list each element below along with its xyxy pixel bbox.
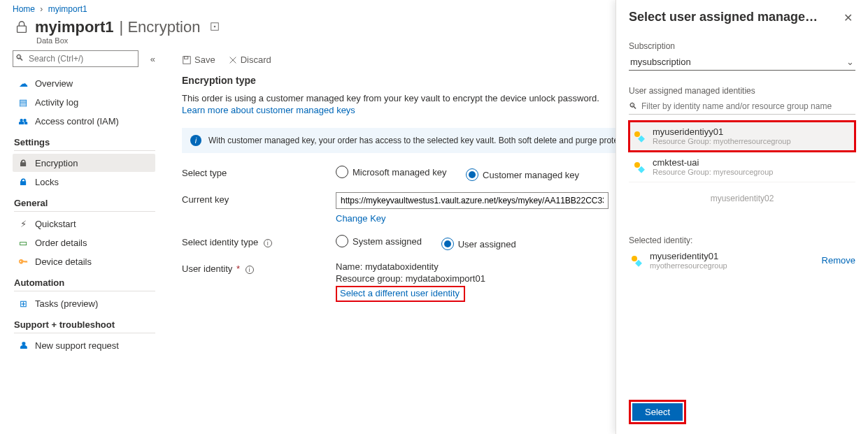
svg-point-2 <box>215 26 216 27</box>
subscription-dropdown[interactable]: mysubscription ⌄ <box>629 54 855 71</box>
panel-title: Select user assigned manage… <box>629 10 818 24</box>
banner-text: With customer managed key, your order ha… <box>208 136 657 145</box>
people-icon: 👥︎ <box>17 115 29 126</box>
svg-point-11 <box>632 256 637 261</box>
search-icon: 🔍︎ <box>629 101 637 111</box>
key-icon: 🔑︎ <box>17 256 29 267</box>
svg-rect-4 <box>185 56 188 59</box>
identity-icon <box>629 254 644 268</box>
log-icon: ▤ <box>17 96 29 108</box>
identities-label: User assigned managed identities <box>629 86 855 96</box>
nav-locks[interactable]: 🔒︎ Locks <box>13 173 155 191</box>
svg-point-7 <box>634 131 640 137</box>
identity-filter-input[interactable] <box>629 99 855 115</box>
radio-user-assigned[interactable]: User assigned <box>441 238 516 250</box>
identity-rg: Resource Group: myresourcegroup <box>653 168 773 176</box>
identity-icon <box>632 129 647 143</box>
nav-device-details[interactable]: 🔑︎ Device details <box>13 252 155 270</box>
nav-iam[interactable]: 👥︎ Access control (IAM) <box>13 112 155 130</box>
subscription-label: Subscription <box>629 41 855 51</box>
nav-label: Overview <box>35 78 73 89</box>
svg-rect-10 <box>638 166 645 173</box>
selected-label: Selected identity: <box>629 236 855 245</box>
page-subtitle: | Encryption <box>115 18 200 36</box>
radio-label: Microsoft managed key <box>353 167 446 178</box>
select-different-identity-link[interactable]: Select a different user identity <box>340 288 460 298</box>
info-icon: i <box>190 135 201 146</box>
radio-system-assigned[interactable]: System assigned <box>336 235 422 247</box>
svg-point-9 <box>634 162 640 168</box>
selected-identity-name: myuseridentity01 <box>650 251 727 261</box>
close-icon[interactable]: ✕ <box>841 10 855 26</box>
identity-item[interactable]: myuseridentiyy01 Resource Group: myother… <box>629 121 855 152</box>
radio-label: User assigned <box>458 239 516 249</box>
nav-label: Access control (IAM) <box>35 116 119 126</box>
search-icon: 🔍︎ <box>15 53 24 63</box>
label-current-key: Current key <box>182 192 336 205</box>
nav-section-settings: Settings <box>14 137 155 151</box>
identity-rg: Resource Group: myotherresourcegroup <box>653 137 791 145</box>
nav-section-support: Support + troubleshoot <box>14 319 155 333</box>
chevron-down-icon: ⌄ <box>846 57 854 67</box>
breadcrumb-current[interactable]: myimport1 <box>48 4 87 14</box>
svg-rect-0 <box>17 26 27 32</box>
radio-label: Customer managed key <box>483 170 579 180</box>
nav-label: Activity log <box>35 97 78 108</box>
identity-loading: myuseridentity02 <box>629 182 855 215</box>
search-input[interactable] <box>13 50 138 67</box>
selected-identity-rg: myotherresourcegroup <box>650 261 727 270</box>
page-title: myimport1 <box>35 18 113 36</box>
nav-overview[interactable]: ☁ Overview <box>13 74 155 92</box>
nav-label: Tasks (preview) <box>35 298 98 309</box>
breadcrumb-home[interactable]: Home <box>13 4 35 14</box>
identity-name: cmktest-uai <box>653 157 773 168</box>
info-small-icon[interactable]: i <box>264 239 272 247</box>
select-button[interactable]: Select <box>632 403 683 421</box>
identity-item[interactable]: cmktest-uai Resource Group: myresourcegr… <box>629 152 855 182</box>
svg-rect-8 <box>638 135 645 142</box>
svg-rect-12 <box>635 259 642 266</box>
remove-link[interactable]: Remove <box>822 255 855 266</box>
save-label: Save <box>194 55 215 65</box>
lock-blue-icon: 🔒︎ <box>17 176 29 187</box>
nav-tasks[interactable]: ⊞ Tasks (preview) <box>13 294 155 312</box>
nav-section-automation: Automation <box>14 277 155 291</box>
nav-label: Order details <box>35 238 87 248</box>
nav-label: Encryption <box>35 158 78 168</box>
sidebar: 🔍︎ « ☁ Overview ▤ Activity log 👥︎ Access… <box>0 50 162 428</box>
radio-microsoft-key[interactable]: Microsoft managed key <box>336 166 446 178</box>
lock-small-icon: 🔒︎ <box>17 157 29 168</box>
collapse-sidebar-icon[interactable]: « <box>150 54 155 64</box>
nav-label: Locks <box>35 177 59 187</box>
nav-quickstart[interactable]: ⚡︎ Quickstart <box>13 215 155 233</box>
nav-section-general: General <box>14 198 155 212</box>
support-icon: 👤︎ <box>17 340 29 351</box>
chevron-right-icon: › <box>40 4 43 14</box>
order-icon: ▭ <box>17 237 29 248</box>
nav-label: Device details <box>35 256 92 267</box>
dropdown-value: mysubscription <box>630 57 691 67</box>
radio-label: System assigned <box>353 236 422 247</box>
radio-customer-key[interactable]: Customer managed key <box>466 168 579 181</box>
pin-icon[interactable] <box>210 22 220 34</box>
nav-label: New support request <box>35 340 119 351</box>
tasks-icon: ⊞ <box>17 298 29 309</box>
lock-icon <box>13 18 31 36</box>
current-key-input[interactable] <box>336 192 609 209</box>
identity-name: myuseridentiyy01 <box>653 126 791 137</box>
identity-panel: Select user assigned manage… ✕ Subscript… <box>616 0 868 434</box>
info-small-icon[interactable]: i <box>246 266 254 274</box>
nav-order-details[interactable]: ▭ Order details <box>13 233 155 252</box>
identity-list: myuseridentiyy01 Resource Group: myother… <box>629 120 855 182</box>
label-user-identity: User identity * i <box>182 261 336 274</box>
nav-support-request[interactable]: 👤︎ New support request <box>13 336 155 354</box>
nav-activity-log[interactable]: ▤ Activity log <box>13 93 155 111</box>
nav-label: Quickstart <box>35 219 76 229</box>
label-identity-type: Select identity type i <box>182 235 336 247</box>
identity-icon <box>632 160 647 174</box>
label-select-type: Select type <box>182 166 336 178</box>
cloud-icon: ☁ <box>17 78 29 89</box>
save-button[interactable]: Save <box>182 55 215 65</box>
discard-button[interactable]: Discard <box>228 55 271 65</box>
nav-encryption[interactable]: 🔒︎ Encryption <box>13 154 155 172</box>
